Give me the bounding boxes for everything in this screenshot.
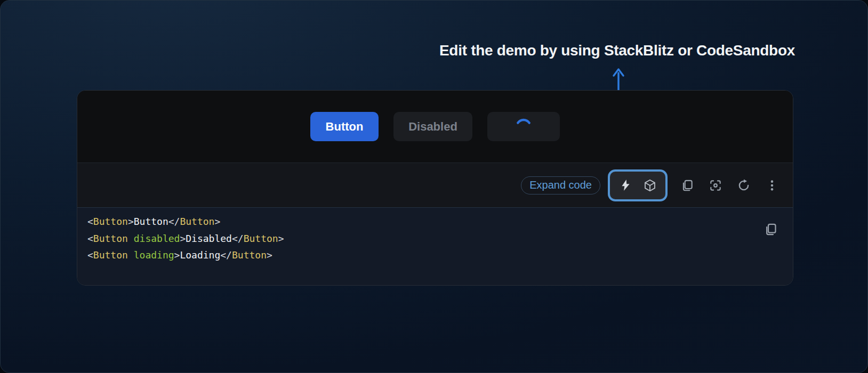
copy-icon xyxy=(680,179,694,192)
copy-icon xyxy=(763,222,778,237)
code-line: <Button disabled>Disabled</Button> xyxy=(87,230,756,247)
loading-button[interactable] xyxy=(487,112,560,141)
loading-spinner-icon xyxy=(514,117,533,136)
expand-code-button[interactable]: Expand code xyxy=(521,176,600,194)
codesandbox-box-icon xyxy=(643,179,657,192)
copy-demo-button[interactable] xyxy=(680,179,694,192)
refresh-demo-button[interactable] xyxy=(737,179,751,192)
stackblitz-button[interactable] xyxy=(619,179,632,192)
annotation-heading: Edit the demo by using StackBlitz or Cod… xyxy=(439,42,795,59)
focus-demo-button[interactable] xyxy=(709,179,722,192)
code-block: <Button>Button</Button><Button disabled>… xyxy=(77,207,793,285)
more-vertical-icon xyxy=(765,179,779,192)
refresh-icon xyxy=(737,179,751,192)
page-background: Edit the demo by using StackBlitz or Cod… xyxy=(0,0,868,373)
demo-card: Button Disabled Expand code xyxy=(77,90,793,286)
demo-preview-area: Button Disabled xyxy=(77,91,793,163)
demo-toolbar: Expand code xyxy=(77,163,793,207)
code-lines: <Button>Button</Button><Button disabled>… xyxy=(87,213,756,264)
codesandbox-button[interactable] xyxy=(643,179,657,192)
more-menu-button[interactable] xyxy=(765,179,779,192)
primary-button[interactable]: Button xyxy=(310,112,379,141)
focus-center-icon xyxy=(709,179,722,192)
disabled-button[interactable]: Disabled xyxy=(393,112,472,141)
stackblitz-bolt-icon xyxy=(619,179,632,192)
external-editor-highlight-box xyxy=(608,169,668,201)
code-line: <Button>Button</Button> xyxy=(87,213,756,230)
toolbar-actions xyxy=(680,179,779,192)
copy-code-button[interactable] xyxy=(763,222,778,237)
code-line: <Button loading>Loading</Button> xyxy=(87,247,756,264)
